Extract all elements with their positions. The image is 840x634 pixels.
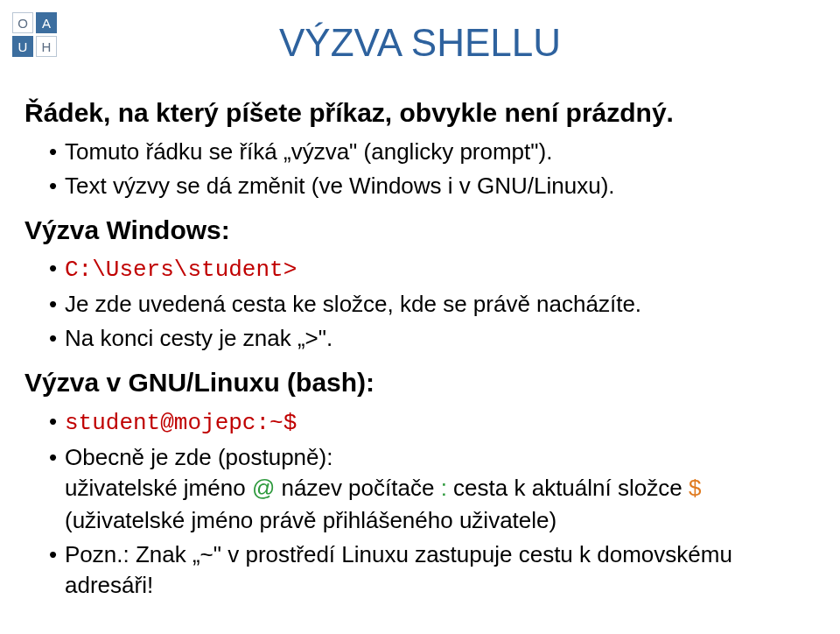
s3-sub1c: cesta k aktuální složce [447, 475, 689, 501]
s3-sub1a: uživatelské jméno [65, 475, 252, 501]
s1-bullet1: Tomuto řádku se říká „výzva" (anglicky p… [49, 137, 814, 167]
s3-bullet3: Pozn.: Znak „~" v prostředí Linuxu zastu… [49, 539, 814, 601]
s3-subblock: uživatelské jméno @ název počítače : ces… [65, 473, 814, 536]
windows-prompt-text: C:\Users\student> [65, 257, 297, 283]
s2-bullet2: Je zde uvedená cesta ke složce, kde se p… [49, 289, 814, 320]
section3-head: Výzva v GNU/Linuxu (bash): [24, 366, 814, 399]
s3-sub2: (uživatelské jméno právě přihlášeného už… [65, 505, 814, 536]
s3-b2-text: Obecně je zde (postupně): [65, 444, 332, 470]
section2-list: C:\Users\student> Je zde uvedená cesta k… [24, 253, 814, 354]
at-symbol: @ [252, 475, 275, 501]
section3-list: student@mojepc:~$ Obecně je zde (postupn… [24, 406, 814, 602]
section2-head: Výzva Windows: [24, 214, 814, 247]
section1-head: Řádek, na který píšete příkaz, obvykle n… [24, 96, 814, 130]
colon-symbol: : [441, 475, 447, 501]
dollar-symbol: $ [689, 475, 701, 501]
linux-prompt-text: student@mojepc:~$ [65, 410, 297, 436]
s3-bullet2: Obecně je zde (postupně): uživatelské jm… [49, 442, 814, 536]
s3-prompt: student@mojepc:~$ [49, 406, 814, 439]
slide-title: VÝZVA SHELLU [0, 21, 840, 65]
s2-prompt: C:\Users\student> [49, 253, 814, 285]
slide-body: Řádek, na který píšete příkaz, obvykle n… [24, 96, 814, 614]
section1-list: Tomuto řádku se říká „výzva" (anglicky p… [24, 137, 814, 201]
s2-bullet3: Na konci cesty je znak „>". [49, 323, 814, 354]
s3-sub1b: název počítače [275, 475, 440, 501]
s3-sub1: uživatelské jméno @ název počítače : ces… [65, 473, 814, 504]
s1-bullet2: Text výzvy se dá změnit (ve Windows i v … [49, 171, 814, 201]
